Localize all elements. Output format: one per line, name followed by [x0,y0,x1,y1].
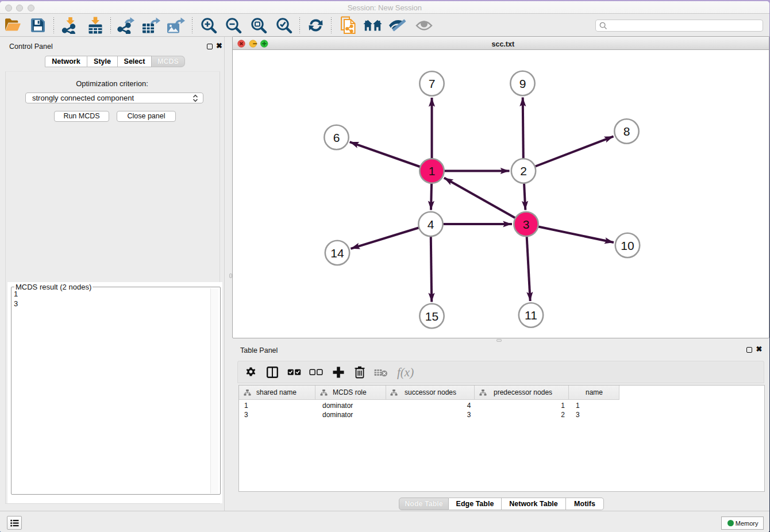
svg-text:6: 6 [333,131,340,144]
svg-text:3: 3 [523,218,530,231]
svg-text:15: 15 [425,310,438,323]
svg-text:10: 10 [621,239,634,252]
svg-text:2: 2 [520,164,527,178]
svg-text:9: 9 [519,77,526,90]
svg-text:8: 8 [623,125,630,138]
svg-text:1: 1 [429,164,436,178]
svg-text:14: 14 [330,246,344,260]
svg-text:11: 11 [525,309,537,322]
svg-text:4: 4 [428,218,434,231]
svg-text:7: 7 [429,77,436,90]
